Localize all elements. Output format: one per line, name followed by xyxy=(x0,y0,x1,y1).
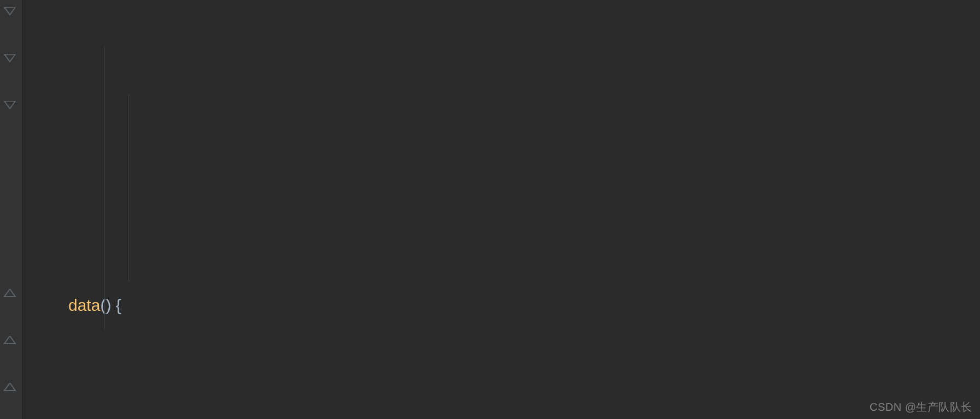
open-brace: { xyxy=(111,296,121,314)
fold-handle-icon[interactable] xyxy=(0,335,20,346)
code-editor[interactable]: data() { return { todos:[ {id:"001",titl… xyxy=(0,0,980,419)
fold-handle-icon[interactable] xyxy=(0,54,20,64)
indent-guide xyxy=(104,47,105,329)
fold-handle-icon[interactable] xyxy=(0,382,20,393)
fold-handle-icon[interactable] xyxy=(0,101,20,111)
fold-handle-icon[interactable] xyxy=(0,288,20,299)
code-area[interactable]: data() { return { todos:[ {id:"001",titl… xyxy=(68,0,980,419)
watermark-text: CSDN @生产队队长 xyxy=(870,400,972,415)
code-line: data() { xyxy=(68,282,980,329)
function-name: data xyxy=(68,296,100,314)
fold-handle-icon[interactable] xyxy=(0,7,20,17)
fold-gutter xyxy=(0,0,22,419)
indent-guide xyxy=(128,94,129,282)
parentheses: () xyxy=(100,296,111,314)
gutter-margin xyxy=(22,0,68,419)
